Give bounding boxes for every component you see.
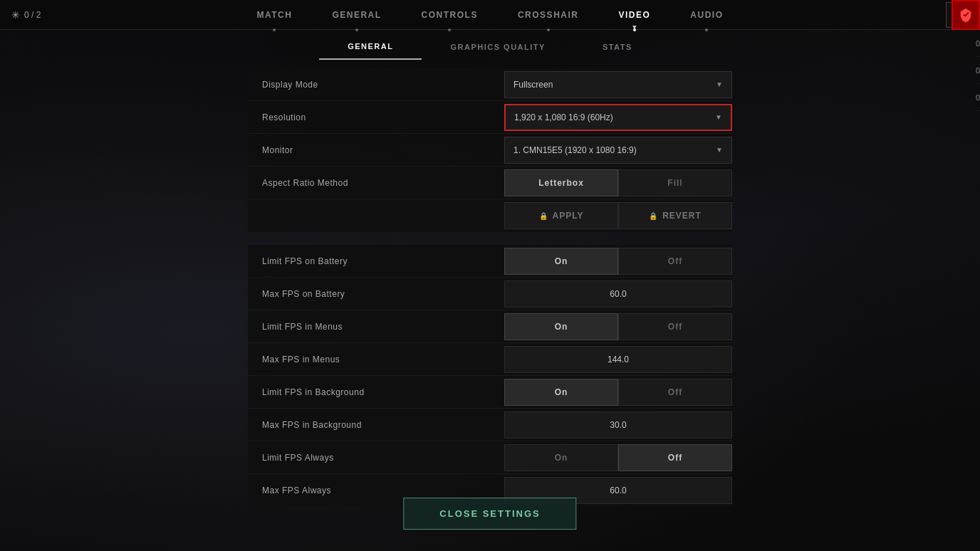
display-mode-label: Display Mode [248,80,504,90]
limit-fps-battery-on-btn[interactable]: On [504,248,618,275]
lock-icon-apply: 🔒 [539,212,548,220]
dropdown-arrow-display: ▼ [716,80,723,88]
resolution-dropdown[interactable]: 1,920 x 1,080 16:9 (60Hz) ▼ [504,104,732,131]
limit-fps-background-on-btn[interactable]: On [504,379,618,406]
max-fps-background-row: Max FPS in Background 30.0 [248,409,732,441]
nav-dot-crosshair [547,28,550,31]
sub-navigation: GENERAL GRAPHICS QUALITY STATS [0,33,980,61]
agent-logo-icon [958,7,974,23]
max-fps-background-label: Max FPS in Background [248,420,504,430]
max-fps-always-label: Max FPS Always [248,486,504,495]
limit-fps-always-control: On Off [504,444,732,471]
limit-fps-menus-on-btn[interactable]: On [504,313,618,340]
limit-fps-battery-off-btn[interactable]: Off [618,248,732,275]
nav-dot-video [633,28,636,31]
max-fps-background-control: 30.0 [504,411,732,439]
player-info: ✳ 0 / 2 [11,9,41,21]
limit-fps-background-control: On Off [504,379,732,406]
top-navigation: ✳ 0 / 2 MATCH GENERAL CONTROLS CROSSHAIR… [0,0,980,30]
apply-button[interactable]: 🔒 APPLY [504,202,618,229]
resolution-label: Resolution [248,112,504,122]
limit-fps-background-off-btn[interactable]: Off [618,379,732,406]
max-fps-menus-control: 144.0 [504,346,732,373]
nav-dot-controls [448,28,451,31]
limit-fps-background-toggle: On Off [504,379,732,406]
monitor-control: 1. CMN15E5 (1920 x 1080 16:9) ▼ [504,137,732,164]
nav-match[interactable]: MATCH [237,0,313,30]
limit-fps-background-row: Limit FPS in Background On Off [248,376,732,409]
limit-fps-battery-toggle: On Off [504,248,732,275]
apply-revert-control: 🔒 APPLY 🔒 REVERT [504,202,732,229]
dropdown-arrow-monitor: ▼ [716,146,723,154]
aspect-ratio-label: Aspect Ratio Method [248,178,504,188]
limit-fps-menus-toggle: On Off [504,313,732,340]
max-fps-battery-control: 60.0 [504,280,732,308]
close-settings-button[interactable]: CLOSE SETTINGS [403,498,576,530]
aspect-ratio-fill-btn[interactable]: Fill [618,169,732,196]
nav-audio[interactable]: AUDIO [670,0,743,30]
limit-fps-menus-control: On Off [504,313,732,340]
max-fps-battery-row: Max FPS on Battery 60.0 [248,278,732,310]
aspect-ratio-toggle-group: Letterbox Fill [504,169,732,196]
monitor-row: Monitor 1. CMN15E5 (1920 x 1080 16:9) ▼ [248,134,732,167]
apply-revert-row: 🔒 APPLY 🔒 REVERT [248,199,732,232]
aspect-ratio-letterbox-btn[interactable]: Letterbox [504,169,618,196]
nav-controls[interactable]: CONTROLS [402,0,498,30]
max-fps-battery-value[interactable]: 60.0 [504,280,732,308]
monitor-dropdown[interactable]: 1. CMN15E5 (1920 x 1080 16:9) ▼ [504,137,732,164]
stat-item-2: 0 [976,57,980,84]
dropdown-arrow-resolution: ▼ [715,113,722,121]
max-fps-background-value[interactable]: 30.0 [504,411,732,439]
section-gap [248,233,732,245]
display-settings-group: Display Mode Fullscreen ▼ Resolution 1,9… [248,68,732,232]
agent-badge [952,0,980,30]
resolution-row: Resolution 1,920 x 1,080 16:9 (60Hz) ▼ [248,101,732,134]
resolution-control: 1,920 x 1,080 16:9 (60Hz) ▼ [504,104,732,131]
display-mode-control: Fullscreen ▼ [504,71,732,98]
max-fps-menus-value[interactable]: 144.0 [504,346,732,373]
close-settings-container: CLOSE SETTINGS [403,498,576,530]
stat-item-1: 0 [976,30,980,57]
nav-dot-audio [705,28,708,31]
sub-tab-graphics-quality[interactable]: GRAPHICS QUALITY [422,34,573,60]
nav-crosshair[interactable]: CROSSHAIR [498,0,599,30]
nav-video[interactable]: VIDEO [598,0,670,30]
limit-fps-always-row: Limit FPS Always On Off [248,441,732,474]
revert-button[interactable]: 🔒 REVERT [618,202,732,229]
stat-item-3: 0 [976,84,980,111]
nav-dot-match [273,28,276,31]
limit-fps-battery-control: On Off [504,248,732,275]
fps-settings-group: Limit FPS on Battery On Off Max FPS on B… [248,245,732,507]
main-nav: MATCH GENERAL CONTROLS CROSSHAIR VIDEO A… [237,0,744,30]
settings-content: Display Mode Fullscreen ▼ Resolution 1,9… [234,68,746,507]
max-fps-menus-row: Max FPS in Menus 144.0 [248,343,732,376]
display-mode-row: Display Mode Fullscreen ▼ [248,68,732,101]
limit-fps-always-on-btn[interactable]: On [504,444,618,471]
limit-fps-menus-off-btn[interactable]: Off [618,313,732,340]
sub-tab-stats[interactable]: STATS [574,34,661,60]
limit-fps-menus-label: Limit FPS in Menus [248,322,504,332]
aspect-ratio-control: Letterbox Fill [504,169,732,196]
limit-fps-menus-row: Limit FPS in Menus On Off [248,310,732,343]
limit-fps-background-label: Limit FPS in Background [248,387,504,397]
action-buttons-group: 🔒 APPLY 🔒 REVERT [504,202,732,229]
nav-dot-general [355,28,358,31]
limit-fps-always-off-btn[interactable]: Off [618,444,732,471]
player-score: 0 / 2 [24,10,41,20]
limit-fps-always-toggle: On Off [504,444,732,471]
nav-general[interactable]: GENERAL [312,0,401,30]
max-fps-battery-label: Max FPS on Battery [248,289,504,299]
player-icon: ✳ [11,9,20,21]
max-fps-menus-label: Max FPS in Menus [248,355,504,364]
limit-fps-always-label: Limit FPS Always [248,453,504,463]
limit-fps-battery-label: Limit FPS on Battery [248,256,504,266]
aspect-ratio-row: Aspect Ratio Method Letterbox Fill [248,167,732,199]
lock-icon-revert: 🔒 [649,212,658,220]
sub-tab-general[interactable]: GENERAL [319,34,422,60]
display-mode-dropdown[interactable]: Fullscreen ▼ [504,71,732,98]
limit-fps-battery-row: Limit FPS on Battery On Off [248,245,732,278]
monitor-label: Monitor [248,145,504,155]
